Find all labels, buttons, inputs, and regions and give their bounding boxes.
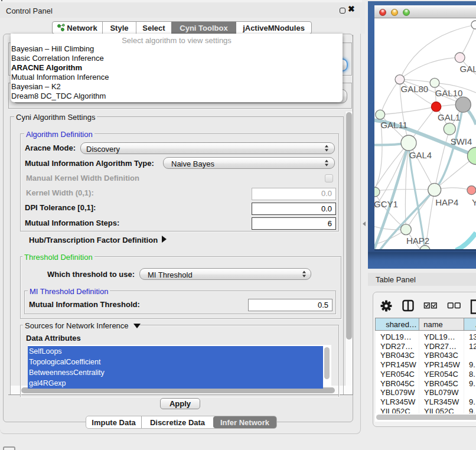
svg-text:GAL80: GAL80: [401, 84, 429, 94]
svg-text:HAP2: HAP2: [406, 236, 429, 246]
svg-text:GAL4: GAL4: [409, 150, 432, 160]
svg-text:GAL11: GAL11: [380, 120, 407, 130]
svg-text:SWI4: SWI4: [451, 136, 472, 146]
svg-text:GAL10: GAL10: [435, 88, 463, 98]
svg-text:GAL7: GAL7: [460, 64, 476, 74]
svg-text:GCY1: GCY1: [374, 199, 398, 209]
svg-text:GAL1: GAL1: [438, 112, 460, 122]
svg-text:HAP4: HAP4: [435, 197, 458, 207]
svg-text:Y: Y: [472, 197, 476, 207]
